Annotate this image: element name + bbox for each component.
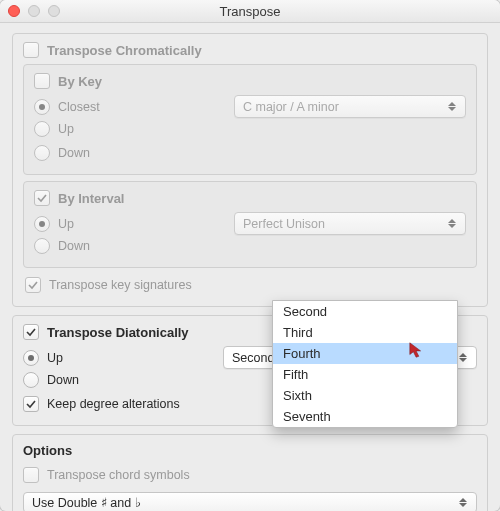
checkbox-keep-alterations[interactable] xyxy=(23,396,39,412)
label-by-key-down: Down xyxy=(58,146,90,160)
select-accidentals[interactable]: Use Double ♯ and ♭ xyxy=(23,492,477,511)
checkbox-transpose-chord-symbols[interactable] xyxy=(23,467,39,483)
close-icon[interactable] xyxy=(8,5,20,17)
label-diatonic-down: Down xyxy=(47,373,79,387)
select-interval-chromatic-value: Perfect Unison xyxy=(243,217,325,231)
label-chromatic-title: Transpose Chromatically xyxy=(47,43,202,58)
select-interval-diatonic-popup[interactable]: SecondThirdFourthFifthSixthSeventh xyxy=(272,300,458,428)
label-options-title: Options xyxy=(23,443,477,458)
option-third[interactable]: Third xyxy=(273,322,457,343)
label-keep-alterations: Keep degree alterations xyxy=(47,397,180,411)
checkbox-transpose-key-signatures[interactable] xyxy=(25,277,41,293)
radio-by-key-closest[interactable] xyxy=(34,99,50,115)
radio-by-key-down[interactable] xyxy=(34,145,50,161)
radio-by-interval-up[interactable] xyxy=(34,216,50,232)
subgroup-by-interval: By Interval Up Perfect Unison xyxy=(23,181,477,268)
select-key-value: C major / A minor xyxy=(243,100,339,114)
radio-by-key-up[interactable] xyxy=(34,121,50,137)
label-by-key-up: Up xyxy=(58,122,74,136)
checkbox-by-interval[interactable] xyxy=(34,190,50,206)
titlebar: Transpose xyxy=(0,0,500,23)
label-by-interval-up: Up xyxy=(58,217,74,231)
subgroup-by-key: By Key Closest C major / A minor xyxy=(23,64,477,175)
label-by-interval-down: Down xyxy=(58,239,90,253)
option-second[interactable]: Second xyxy=(273,301,457,322)
select-interval-chromatic[interactable]: Perfect Unison xyxy=(234,212,466,235)
minimize-icon xyxy=(28,5,40,17)
option-sixth[interactable]: Sixth xyxy=(273,385,457,406)
label-transpose-key-signatures: Transpose key signatures xyxy=(49,278,192,292)
label-by-key: By Key xyxy=(58,74,102,89)
label-by-interval: By Interval xyxy=(58,191,124,206)
window-title: Transpose xyxy=(0,4,500,19)
window-controls xyxy=(0,5,60,17)
option-fifth[interactable]: Fifth xyxy=(273,364,457,385)
radio-diatonic-up[interactable] xyxy=(23,350,39,366)
label-closest: Closest xyxy=(58,100,100,114)
select-accidentals-value: Use Double ♯ and ♭ xyxy=(32,495,141,510)
group-options: Options Transpose chord symbols Use Doub… xyxy=(12,434,488,511)
chevron-updown-icon xyxy=(443,213,461,234)
checkbox-diatonic[interactable] xyxy=(23,324,39,340)
checkbox-by-key[interactable] xyxy=(34,73,50,89)
option-fourth[interactable]: Fourth xyxy=(273,343,457,364)
group-chromatic: Transpose Chromatically By Key Closest xyxy=(12,33,488,307)
select-interval-diatonic-value: Second xyxy=(232,351,274,365)
checkbox-chromatic[interactable] xyxy=(23,42,39,58)
radio-diatonic-down[interactable] xyxy=(23,372,39,388)
label-diatonic-up: Up xyxy=(47,351,63,365)
option-seventh[interactable]: Seventh xyxy=(273,406,457,427)
label-diatonic-title: Transpose Diatonically xyxy=(47,325,189,340)
chevron-updown-icon xyxy=(454,493,472,511)
transpose-dialog: Transpose Transpose Chromatically By Key xyxy=(0,0,500,511)
zoom-icon xyxy=(48,5,60,17)
select-key[interactable]: C major / A minor xyxy=(234,95,466,118)
dialog-content: Transpose Chromatically By Key Closest xyxy=(0,23,500,511)
chevron-updown-icon xyxy=(443,96,461,117)
radio-by-interval-down[interactable] xyxy=(34,238,50,254)
label-transpose-chord-symbols: Transpose chord symbols xyxy=(47,468,190,482)
